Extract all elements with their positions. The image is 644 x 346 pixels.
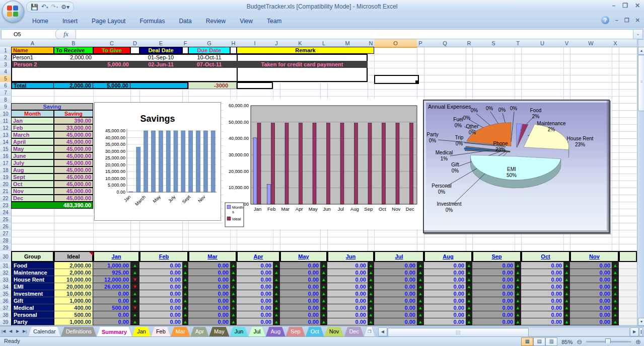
budget-cell-trend[interactable]: ▲ bbox=[563, 318, 570, 325]
row-header-2[interactable]: 2 bbox=[0, 54, 12, 61]
column-header-W[interactable]: W bbox=[570, 39, 612, 47]
row-header-36[interactable]: 36 bbox=[0, 297, 12, 305]
budget-cell-value[interactable]: 0.00 bbox=[188, 297, 230, 304]
saving-row-month[interactable]: July bbox=[11, 159, 54, 166]
budget-cell-value[interactable]: 0.00 bbox=[237, 269, 273, 276]
budget-cell-value[interactable]: 0.00 bbox=[374, 283, 417, 290]
row-header-23[interactable]: 23 bbox=[0, 202, 12, 209]
budget-cell-value[interactable]: 0.00 bbox=[374, 311, 417, 318]
budget-cell-trend[interactable]: ▲ bbox=[320, 262, 327, 269]
sheet-tab-sep[interactable]: Sep bbox=[285, 327, 306, 337]
budget-cell-value[interactable]: 0.00 bbox=[139, 262, 182, 269]
budget-row-group[interactable]: House Rent bbox=[11, 276, 54, 283]
budget-cell-trend[interactable]: ▲ bbox=[273, 311, 280, 318]
budget-cell-value[interactable]: 0.00 bbox=[327, 304, 368, 311]
budget-cell-trend[interactable]: ▲ bbox=[466, 304, 472, 311]
budget-cell-trend[interactable]: ▲ bbox=[563, 262, 570, 269]
hscroll-thumb[interactable]: ||| bbox=[388, 328, 529, 337]
budget-cell-value[interactable]: 0.00 bbox=[424, 269, 466, 276]
top-table-total-to-give[interactable]: 5,000.00 bbox=[93, 82, 130, 89]
budget-cell-trend[interactable]: ▲ bbox=[368, 297, 374, 304]
saving-row-month[interactable]: Feb bbox=[11, 124, 54, 131]
budget-cell-trend[interactable]: ▲ bbox=[515, 304, 521, 311]
insert-worksheet-tab[interactable]: ❐ bbox=[364, 327, 375, 337]
budget-cell-value[interactable]: 0.00 bbox=[472, 311, 515, 318]
budget-cell-value[interactable]: 0.00 bbox=[139, 318, 182, 325]
row-header-29[interactable]: 29 bbox=[0, 244, 12, 251]
saving-row-value[interactable]: 45,000.00 bbox=[54, 152, 93, 159]
horizontal-scrollbar[interactable]: ||| bbox=[387, 327, 630, 336]
monthly-comparison-chart[interactable]: 60,000.0050,000.0040,000.0030,000.0020,0… bbox=[223, 99, 423, 229]
budget-cell-value[interactable]: 0.00 bbox=[570, 269, 612, 276]
savings-chart[interactable]: Savings45,000.0040,000.0035,000.0030,000… bbox=[94, 102, 221, 221]
budget-cell-trend[interactable]: ▲ bbox=[563, 269, 570, 276]
row-header-16[interactable]: 16 bbox=[0, 152, 12, 160]
row-header-28[interactable]: 28 bbox=[0, 237, 12, 244]
budget-cell-trend[interactable]: ▲ bbox=[515, 290, 521, 297]
budget-cell-value[interactable]: 0.00 bbox=[327, 276, 368, 283]
budget-cell-value[interactable]: 0.00 bbox=[521, 297, 563, 304]
column-header-U[interactable]: U bbox=[521, 39, 564, 47]
budget-cell-trend[interactable]: ▲ bbox=[417, 262, 424, 269]
app-restore-button[interactable]: ❐ bbox=[622, 2, 628, 9]
sheet-tab-aug[interactable]: Aug bbox=[266, 327, 286, 337]
budget-month-link[interactable]: Jun bbox=[346, 253, 356, 260]
row-header-39[interactable]: 39 bbox=[0, 318, 12, 326]
budget-cell-trend[interactable]: ▲ bbox=[417, 311, 424, 318]
saving-row-value[interactable]: 33,000.00 bbox=[54, 124, 93, 131]
budget-cell-trend[interactable]: ▲ bbox=[182, 262, 188, 269]
budget-row-group[interactable]: Gift bbox=[11, 297, 54, 304]
budget-cell-trend[interactable]: ▼ bbox=[130, 304, 139, 311]
vertical-scrollbar[interactable]: ▲≡▼ bbox=[637, 39, 644, 326]
saving-row-value[interactable]: 45,000.00 bbox=[54, 195, 93, 202]
budget-cell-trend[interactable]: ▲ bbox=[466, 283, 472, 290]
saving-row-value[interactable]: 45,000.00 bbox=[54, 181, 93, 188]
row-header-22[interactable]: 22 bbox=[0, 195, 12, 202]
budget-cell-value[interactable]: 0.00 bbox=[327, 318, 368, 325]
budget-cell-value[interactable]: 0.00 bbox=[472, 283, 515, 290]
top-table-total-balance[interactable]: -3000 bbox=[188, 82, 237, 89]
budget-cell-trend[interactable]: ▲ bbox=[563, 297, 570, 304]
budget-cell-value[interactable]: 0.00 bbox=[374, 318, 417, 325]
row-header-25[interactable]: 25 bbox=[0, 216, 12, 223]
top-table-header-name[interactable]: Name bbox=[11, 47, 54, 54]
budget-header-mar[interactable]: Mar bbox=[188, 251, 237, 262]
budget-cell-value[interactable]: 500.00 bbox=[93, 304, 130, 311]
app-minimize-button[interactable]: – bbox=[612, 2, 615, 9]
budget-cell-value[interactable]: 0.00 bbox=[327, 269, 368, 276]
column-header-H[interactable]: H bbox=[230, 39, 237, 47]
top-table-header-due-date[interactable]: Due Date bbox=[188, 47, 230, 54]
budget-cell-value[interactable]: 0.00 bbox=[374, 297, 417, 304]
budget-cell-value[interactable]: 1,000.00 bbox=[93, 262, 130, 269]
saving-row-month[interactable]: March bbox=[11, 131, 54, 138]
budget-cell-trend[interactable]: ▲ bbox=[466, 276, 472, 283]
sheet-tab-mar[interactable]: Mar bbox=[171, 327, 190, 337]
top-table-cell-to-give[interactable]: 5,000.00 bbox=[93, 61, 130, 68]
top-table-cell-name[interactable]: Person1 bbox=[11, 54, 54, 61]
budget-cell-value[interactable]: 0.00 bbox=[374, 269, 417, 276]
row-header-15[interactable]: 15 bbox=[0, 145, 12, 153]
saving-row-value[interactable]: 45,000.00 bbox=[54, 188, 93, 195]
budget-row-ideal[interactable]: 400.00 bbox=[54, 304, 93, 311]
saving-row-month[interactable]: May bbox=[11, 145, 54, 152]
budget-cell-trend[interactable]: ▲ bbox=[230, 262, 237, 269]
budget-row-group[interactable]: Food bbox=[11, 262, 54, 269]
hscroll-right-icon[interactable]: ▶ bbox=[630, 327, 639, 336]
sheet-tab-calendar[interactable]: Calendar bbox=[28, 327, 61, 337]
row-header-13[interactable]: 13 bbox=[0, 131, 12, 139]
budget-cell-value[interactable]: 0.00 bbox=[424, 311, 466, 318]
budget-cell-value[interactable]: 0.00 bbox=[237, 290, 273, 297]
budget-cell-trend[interactable]: ▲ bbox=[612, 318, 619, 325]
budget-cell-trend[interactable]: ▲ bbox=[563, 290, 570, 297]
budget-cell-trend[interactable]: ▲ bbox=[273, 318, 280, 325]
ribbon-tab-view[interactable]: View bbox=[233, 16, 260, 27]
budget-cell-trend[interactable]: ▲ bbox=[130, 297, 139, 304]
budget-cell-trend[interactable]: ▲ bbox=[417, 276, 424, 283]
budget-cell-value[interactable]: 0.00 bbox=[139, 269, 182, 276]
zoom-slider[interactable] bbox=[586, 341, 631, 342]
budget-cell-trend[interactable]: ▲ bbox=[130, 290, 139, 297]
saving-row-month[interactable]: Oct bbox=[11, 181, 54, 188]
budget-cell-trend[interactable]: ▲ bbox=[612, 269, 619, 276]
budget-cell-value[interactable]: 0.00 bbox=[93, 297, 130, 304]
budget-cell-value[interactable]: 0.00 bbox=[188, 311, 230, 318]
